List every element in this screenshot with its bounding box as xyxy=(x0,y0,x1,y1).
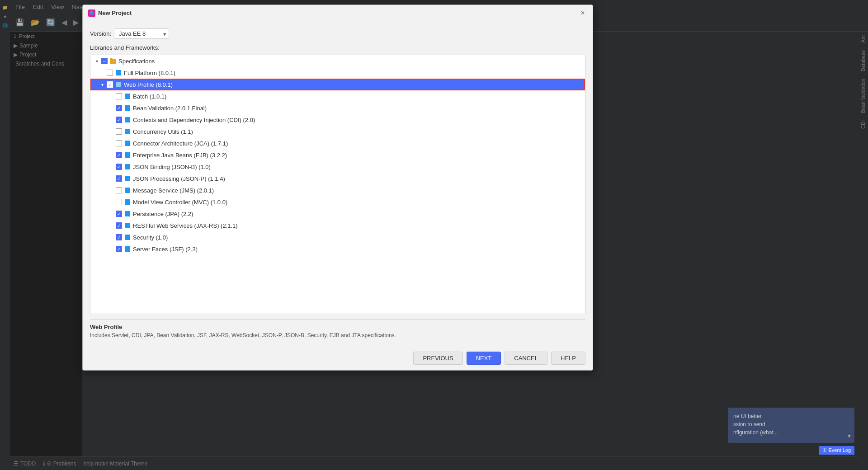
tree-row-bean-validation[interactable]: ✓ Bean Validation (2.0.1.Final) xyxy=(90,102,585,114)
lib-icon-mvc xyxy=(124,198,131,206)
checkbox-web-profile[interactable]: ✓ xyxy=(107,81,113,88)
tree-row-ejb[interactable]: ✓ Enterprise Java Beans (EJB) (3.2.2) xyxy=(90,149,585,161)
notification-dropdown[interactable]: ▾ xyxy=(848,432,851,439)
checkbox-batch[interactable] xyxy=(116,93,122,99)
lib-icon-connector xyxy=(124,140,131,147)
checkbox-bean-validation[interactable]: ✓ xyxy=(116,105,122,111)
folder-icon-specifications xyxy=(109,57,117,65)
expand-icon-connector xyxy=(108,141,114,146)
tree-row-cdi[interactable]: ✓ Contexts and Dependency Injection (CDI… xyxy=(90,114,585,126)
checkbox-jpa[interactable]: ✓ xyxy=(116,211,122,217)
checkbox-mvc[interactable] xyxy=(116,199,122,205)
lib-icon-ejb xyxy=(124,151,131,159)
label-ejb: Enterprise Java Beans (EJB) (3.2.2) xyxy=(133,152,227,159)
label-connector: Connector Architecture (JCA) (1.7.1) xyxy=(133,140,228,147)
label-jsonp: JSON Processing (JSON-P) (1.1.4) xyxy=(133,175,225,182)
checkbox-jsonp[interactable]: ✓ xyxy=(116,175,122,182)
expand-icon-jsonb xyxy=(108,164,114,169)
new-project-dialog: 🔷 New Project × Version: Java EE 8 Libra… xyxy=(82,5,593,371)
event-log-tab[interactable]: ① Event Log xyxy=(819,446,854,455)
description-area: Web Profile Includes Servlet, CDI, JPA, … xyxy=(90,320,585,338)
label-jsonb: JSON Binding (JSON-B) (1.0) xyxy=(133,164,211,170)
notification-text-3: nfiguration (what... xyxy=(733,429,849,436)
checkbox-ejb[interactable]: ✓ xyxy=(116,152,122,158)
dialog-titlebar: 🔷 New Project × xyxy=(83,5,593,21)
notification-text-2: ssion to send xyxy=(733,421,849,428)
notification-text-1: ne UI better xyxy=(733,413,849,419)
tree-row-security[interactable]: ✓ Security (1.0) xyxy=(90,231,585,243)
tree-row-jsonb[interactable]: ✓ JSON Binding (JSON-B) (1.0) xyxy=(90,161,585,173)
tree-row-concurrency[interactable]: Concurrency Utils (1.1) xyxy=(90,126,585,137)
tree-row-batch[interactable]: Batch (1.0.1) xyxy=(90,90,585,102)
version-label: Version: xyxy=(90,30,111,37)
dialog-close-button[interactable]: × xyxy=(578,9,587,18)
label-jsf: Server Faces (JSF) (2.3) xyxy=(133,246,198,253)
lib-icon-jsf xyxy=(124,245,131,253)
tree-row-mvc[interactable]: Model View Controller (MVC) (1.0.0) xyxy=(90,196,585,208)
lib-icon-jms xyxy=(124,187,131,194)
tree-area[interactable]: ▾ ─ Specifications xyxy=(90,55,585,314)
description-text: Includes Servlet, CDI, JPA, Bean Validat… xyxy=(90,332,585,338)
dialog-footer: PREVIOUS NEXT CANCEL HELP xyxy=(83,346,593,370)
tree-row-web-profile[interactable]: ▾ ✓ Web Profile (8.0.1) xyxy=(90,79,585,90)
checkbox-concurrency[interactable] xyxy=(116,128,122,135)
cancel-button[interactable]: CANCEL xyxy=(505,352,547,365)
libs-label: Libraries and Frameworks: xyxy=(90,44,585,51)
lib-icon-concurrency xyxy=(124,128,131,135)
label-bean-validation: Bean Validation (2.0.1.Final) xyxy=(133,105,207,112)
version-row: Version: Java EE 8 xyxy=(90,28,585,39)
checkbox-jsf[interactable]: ✓ xyxy=(116,246,122,252)
tree-row-jsf[interactable]: ✓ Server Faces (JSF) (2.3) xyxy=(90,243,585,255)
expand-icon-mvc xyxy=(108,199,114,205)
lib-icon-web-profile xyxy=(115,81,122,88)
expand-icon-concurrency xyxy=(108,129,114,134)
dialog-icon: 🔷 xyxy=(88,9,95,17)
tree-row-full-platform[interactable]: Full Platform (8.0.1) xyxy=(90,67,585,79)
lib-icon-full-platform xyxy=(115,69,122,76)
label-mvc: Model View Controller (MVC) (1.0.0) xyxy=(133,199,227,206)
expand-icon-security xyxy=(108,235,114,240)
label-specifications: Specifications xyxy=(118,58,155,65)
version-select[interactable]: Java EE 8 xyxy=(115,28,169,39)
checkbox-jaxrs[interactable]: ✓ xyxy=(116,222,122,229)
expand-icon-jpa xyxy=(108,211,114,216)
lib-icon-bean-validation xyxy=(124,104,131,112)
expand-icon-jaxrs xyxy=(108,223,114,228)
tree-row-jpa[interactable]: ✓ Persistence (JPA) (2.2) xyxy=(90,208,585,220)
lib-icon-cdi xyxy=(124,116,131,123)
tree-row-connector[interactable]: Connector Architecture (JCA) (1.7.1) xyxy=(90,137,585,149)
checkbox-security[interactable]: ✓ xyxy=(116,234,122,240)
tree-row-jms[interactable]: Message Service (JMS) (2.0.1) xyxy=(90,184,585,196)
label-concurrency: Concurrency Utils (1.1) xyxy=(133,128,193,135)
expand-icon-full-platform xyxy=(99,70,105,75)
checkbox-specifications[interactable]: ─ xyxy=(101,58,108,64)
previous-button[interactable]: PREVIOUS xyxy=(413,352,462,365)
label-web-profile: Web Profile (8.0.1) xyxy=(124,81,173,88)
tree-row-jsonp[interactable]: ✓ JSON Processing (JSON-P) (1.1.4) xyxy=(90,173,585,184)
svg-rect-1 xyxy=(110,58,113,60)
lib-icon-batch xyxy=(124,93,131,100)
lib-icon-jsonb xyxy=(124,163,131,170)
tree-row-specifications[interactable]: ▾ ─ Specifications xyxy=(90,55,585,67)
expand-icon-bean-validation xyxy=(108,105,114,111)
tree-row-jaxrs[interactable]: ✓ RESTful Web Services (JAX-RS) (2.1.1) xyxy=(90,220,585,231)
checkbox-full-platform[interactable] xyxy=(107,70,113,76)
expand-icon-jsonp xyxy=(108,176,114,181)
expand-icon-jsf xyxy=(108,246,114,252)
next-button[interactable]: NEXT xyxy=(467,352,501,365)
lib-icon-jaxrs xyxy=(124,222,131,229)
help-button[interactable]: HELP xyxy=(551,352,585,365)
expand-icon-batch xyxy=(108,94,114,99)
checkbox-cdi[interactable]: ✓ xyxy=(116,117,122,123)
label-batch: Batch (1.0.1) xyxy=(133,93,166,100)
expand-icon-ejb xyxy=(108,152,114,158)
checkbox-connector[interactable] xyxy=(116,140,122,146)
label-jms: Message Service (JMS) (2.0.1) xyxy=(133,187,214,194)
expand-icon-cdi xyxy=(108,117,114,122)
label-full-platform: Full Platform (8.0.1) xyxy=(124,70,175,76)
checkbox-jsonb[interactable]: ✓ xyxy=(116,164,122,170)
lib-icon-jsonp xyxy=(124,175,131,182)
expand-icon-jms xyxy=(108,188,114,193)
checkbox-jms[interactable] xyxy=(116,187,122,193)
version-select-wrapper: Java EE 8 xyxy=(115,28,169,39)
